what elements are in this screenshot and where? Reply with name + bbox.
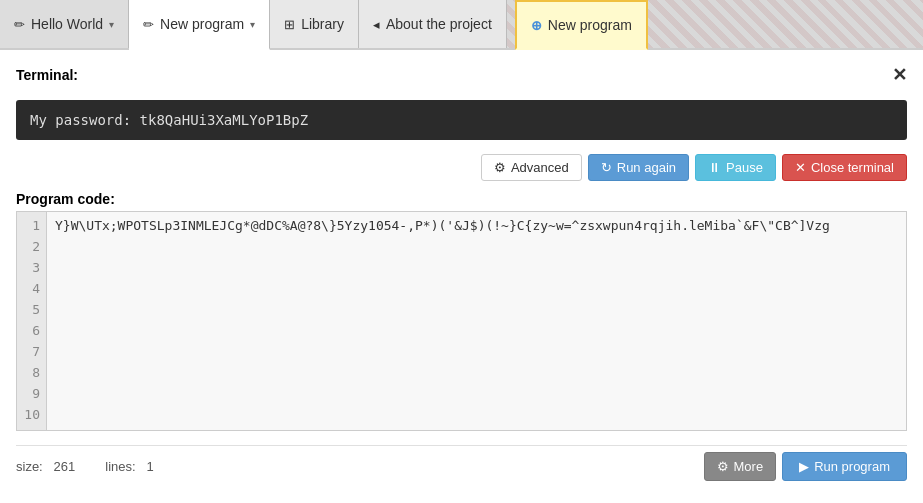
grid-icon-library: ⊞ (284, 17, 295, 32)
program-code-header: Program code: (16, 191, 907, 207)
code-line-9 (55, 384, 898, 405)
terminal-header: Terminal: ✕ (16, 66, 907, 84)
code-line-8 (55, 363, 898, 384)
code-content[interactable]: Y}W\UTx;WPOTSLp3INMLEJCg*@dDC%A@?8\}5Yzy… (47, 212, 906, 430)
run-program-button[interactable]: ▶ Run program (782, 452, 907, 481)
tab-new-program[interactable]: ✏ New program ▾ (129, 0, 270, 50)
chevron-hello-world: ▾ (109, 19, 114, 30)
pause-icon: ⏸ (708, 160, 721, 175)
lines-label: lines: (105, 459, 135, 474)
close-terminal-button[interactable]: ✕ Close terminal (782, 154, 907, 181)
edit-icon-new: ✏ (143, 17, 154, 32)
code-editor[interactable]: 1 2 3 4 5 6 7 8 9 10 Y}W\UTx;WPOTSLp3INM… (16, 211, 907, 431)
terminal-output: My password: tk8QaHUi3XaMLYoP1BpZ (16, 100, 907, 140)
tab-label-about: About the project (386, 16, 492, 32)
arrow-icon-about: ◂ (373, 17, 380, 32)
status-actions: ⚙ More ▶ Run program (704, 452, 908, 481)
tab-hello-world[interactable]: ✏ Hello World ▾ (0, 0, 129, 48)
run-again-label: Run again (617, 160, 676, 175)
code-line-3 (55, 258, 898, 279)
terminal-close-button[interactable]: ✕ (892, 66, 907, 84)
tab-label-new-yellow: New program (548, 17, 632, 33)
code-line-4 (55, 279, 898, 300)
pause-button[interactable]: ⏸ Pause (695, 154, 776, 181)
tab-library[interactable]: ⊞ Library (270, 0, 359, 48)
more-button[interactable]: ⚙ More (704, 452, 777, 481)
line-numbers: 1 2 3 4 5 6 7 8 9 10 (17, 212, 47, 430)
lines-info: lines: 1 (105, 459, 153, 474)
status-text: size: 261 lines: 1 (16, 459, 154, 474)
close-icon: ✕ (795, 160, 806, 175)
program-code-label: Program code: (16, 191, 115, 207)
play-icon-run: ▶ (799, 459, 809, 474)
advanced-button[interactable]: ⚙ Advanced (481, 154, 582, 181)
tab-bar: ✏ Hello World ▾ ✏ New program ▾ ⊞ Librar… (0, 0, 923, 50)
tab-about[interactable]: ◂ About the project (359, 0, 507, 48)
tab-label-hello-world: Hello World (31, 16, 103, 32)
chevron-new-program: ▾ (250, 19, 255, 30)
tab-label-library: Library (301, 16, 344, 32)
gear-icon-more: ⚙ (717, 459, 729, 474)
tab-label-new-program: New program (160, 16, 244, 32)
edit-icon-hello: ✏ (14, 17, 25, 32)
size-value: 261 (54, 459, 76, 474)
code-line-5 (55, 300, 898, 321)
code-line-7 (55, 342, 898, 363)
terminal-label: Terminal: (16, 67, 78, 83)
toolbar-row: ⚙ Advanced ↻ Run again ⏸ Pause ✕ Close t… (16, 154, 907, 181)
code-line-2 (55, 237, 898, 258)
run-again-button[interactable]: ↻ Run again (588, 154, 689, 181)
status-bar: size: 261 lines: 1 ⚙ More ▶ Run program (16, 445, 907, 487)
gear-icon: ⚙ (494, 160, 506, 175)
program-code-section: Program code: 1 2 3 4 5 6 7 8 9 10 Y}W\U… (16, 191, 907, 431)
code-line-1: Y}W\UTx;WPOTSLp3INMLEJCg*@dDC%A@?8\}5Yzy… (55, 216, 898, 237)
size-info: size: 261 (16, 459, 75, 474)
code-text-1: Y}W\UTx;WPOTSLp3INMLEJCg*@dDC%A@?8\}5Yzy… (55, 216, 830, 237)
tab-new-program-yellow[interactable]: ⊕ New program (515, 0, 648, 50)
plus-icon-new: ⊕ (531, 18, 542, 33)
close-terminal-label: Close terminal (811, 160, 894, 175)
size-label: size: (16, 459, 43, 474)
code-line-6 (55, 321, 898, 342)
code-line-10 (55, 405, 898, 426)
main-content: Terminal: ✕ My password: tk8QaHUi3XaMLYo… (0, 50, 923, 503)
advanced-label: Advanced (511, 160, 569, 175)
terminal-text: My password: tk8QaHUi3XaMLYoP1BpZ (30, 112, 308, 128)
lines-value: 1 (146, 459, 153, 474)
run-label: Run program (814, 459, 890, 474)
more-label: More (734, 459, 764, 474)
pause-label: Pause (726, 160, 763, 175)
refresh-icon: ↻ (601, 160, 612, 175)
